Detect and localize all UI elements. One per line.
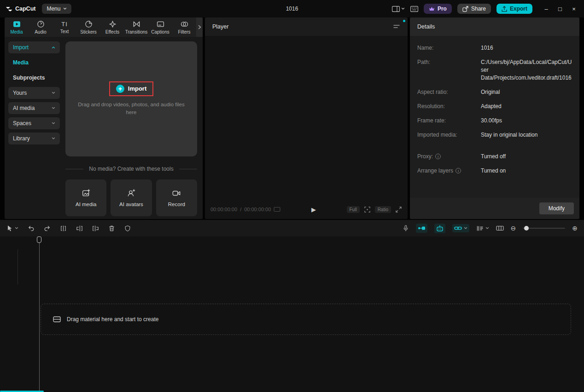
sidebar-item-label: AI media <box>13 105 35 111</box>
field-label: Frame rate: <box>417 117 481 125</box>
timeline-empty-hint: Drag material here and start to create <box>67 316 158 323</box>
tab-captions[interactable]: Captions <box>148 17 172 37</box>
record-card[interactable]: Record <box>156 179 197 216</box>
info-icon[interactable] <box>456 168 461 173</box>
focus-button[interactable] <box>364 206 371 213</box>
fullscreen-button[interactable] <box>395 206 402 213</box>
delete-button[interactable] <box>108 225 115 232</box>
tab-effects[interactable]: Effects <box>100 17 124 37</box>
sidebar-item-import[interactable]: Import <box>8 41 60 53</box>
select-tool-button[interactable] <box>6 225 18 232</box>
trim-end-button[interactable] <box>92 225 99 232</box>
field-label: Resolution: <box>417 103 481 110</box>
tab-media[interactable]: Media <box>5 17 29 37</box>
preview-axis-button[interactable] <box>496 225 504 231</box>
detail-row-arrange-layers: Arrange layers Turned on <box>417 167 572 175</box>
trim-left-icon <box>76 225 83 232</box>
export-icon <box>502 6 507 12</box>
keyframe-link-button[interactable] <box>416 224 427 233</box>
crown-icon <box>429 6 435 11</box>
play-button[interactable]: ▶ <box>311 206 316 213</box>
field-value: C:/Users/bj/AppData/Local/CapCut/User Da… <box>481 58 572 82</box>
zoom-slider[interactable] <box>523 228 565 229</box>
layout-mode-button[interactable] <box>392 6 405 12</box>
ai-assistant-button[interactable] <box>434 224 445 233</box>
detail-row-proxy: Proxy: Turned off <box>417 153 572 161</box>
export-button[interactable]: Export <box>496 4 532 14</box>
auto-link-button[interactable] <box>452 224 469 232</box>
titlebar: CapCut Menu 1016 Pro Share <box>0 0 584 17</box>
sidebar-item-media[interactable]: Media <box>8 57 60 69</box>
redo-button[interactable] <box>44 225 51 231</box>
maximize-button[interactable]: □ <box>554 3 566 15</box>
timeline-dropzone[interactable]: Drag material here and start to create <box>41 304 571 335</box>
track-guide-line <box>18 249 18 284</box>
zoom-slider-handle[interactable] <box>524 226 529 231</box>
tab-label: Transitions <box>125 29 148 35</box>
sidebar-item-yours[interactable]: Yours <box>8 87 60 99</box>
ai-avatars-card[interactable]: AI avatars <box>111 179 152 216</box>
undo-button[interactable] <box>28 225 35 231</box>
field-value: Stay in original location <box>481 131 572 139</box>
status-dot <box>403 20 405 22</box>
full-button[interactable]: Full <box>347 206 360 213</box>
minimize-button[interactable]: – <box>540 3 553 15</box>
player-title: Player <box>212 23 228 30</box>
tool-card-label: Record <box>168 202 185 207</box>
playhead-handle-icon[interactable] <box>37 236 41 243</box>
time-separator: / <box>240 207 241 212</box>
ratio-button[interactable]: Ratio <box>375 206 391 213</box>
import-annotation-box: + Import <box>109 81 153 96</box>
chevron-down-icon <box>15 226 18 230</box>
sticker-icon <box>85 20 93 28</box>
chevron-down-icon <box>485 226 489 230</box>
ai-avatars-icon <box>127 189 135 197</box>
player-canvas[interactable] <box>205 36 408 200</box>
trim-start-button[interactable] <box>76 225 83 232</box>
pro-button[interactable]: Pro <box>424 4 452 14</box>
detail-row-imported-media: Imported media: Stay in original locatio… <box>417 131 572 139</box>
ai-media-card[interactable]: AI media <box>65 179 106 216</box>
tabs-scroll-next-button[interactable] <box>196 17 203 37</box>
voiceover-button[interactable] <box>403 225 409 232</box>
sidebar-item-ai-media[interactable]: AI media <box>8 102 60 114</box>
tab-text[interactable]: TI Text <box>53 17 76 37</box>
field-value: Turned on <box>481 167 572 175</box>
tab-filters[interactable]: Filters <box>172 17 196 37</box>
undo-icon <box>28 225 35 231</box>
sidebar-item-subprojects[interactable]: Subprojects <box>8 72 60 84</box>
shortcuts-button[interactable] <box>410 6 418 12</box>
info-icon[interactable] <box>435 154 441 159</box>
sidebar-item-spaces[interactable]: Spaces <box>8 117 60 129</box>
chevron-up-icon <box>52 46 55 49</box>
zoom-out-button[interactable]: ⊖ <box>511 225 516 231</box>
chevron-down-icon <box>401 7 405 11</box>
menu-button[interactable]: Menu <box>42 4 71 14</box>
clip-tools-button[interactable] <box>476 225 489 232</box>
detail-row-name: Name: 1016 <box>417 44 572 52</box>
close-button[interactable]: × <box>567 3 580 15</box>
timeline-tracks[interactable]: Drag material here and start to create <box>0 236 584 392</box>
expand-icon <box>395 206 402 213</box>
tab-stickers[interactable]: Stickers <box>76 17 100 37</box>
project-title: 1016 <box>286 6 298 12</box>
pro-label: Pro <box>438 6 447 12</box>
tab-audio[interactable]: Audio <box>29 17 53 37</box>
playhead-line <box>39 243 40 392</box>
split-button[interactable] <box>60 225 67 232</box>
zoom-in-button[interactable]: ⊕ <box>572 225 578 231</box>
sidebar-item-library[interactable]: Library <box>8 133 60 144</box>
import-button[interactable]: + Import <box>116 85 146 93</box>
menu-label: Menu <box>47 6 60 12</box>
field-value: 30.00fps <box>481 117 572 125</box>
tab-transitions[interactable]: Transitions <box>124 17 148 37</box>
media-dropzone[interactable]: + Import Drag and drop videos, photos, a… <box>65 41 197 156</box>
modify-button[interactable]: Modify <box>539 202 574 214</box>
player-menu-button[interactable] <box>393 24 400 29</box>
tab-label: Captions <box>151 29 169 35</box>
field-label: Name: <box>417 44 481 52</box>
share-button[interactable]: Share <box>457 4 491 14</box>
split-icon <box>60 225 67 232</box>
mask-button[interactable] <box>124 225 131 232</box>
chevron-down-icon <box>52 91 55 95</box>
